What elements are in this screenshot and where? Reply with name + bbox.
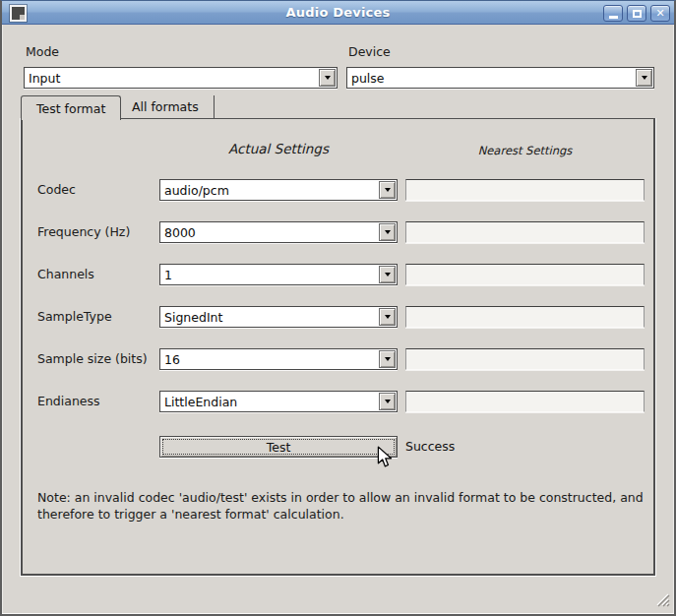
maximize-icon: [633, 10, 642, 18]
channels-select[interactable]: 1: [159, 264, 398, 285]
window-controls: ✕: [603, 5, 670, 22]
window-icon: [10, 5, 27, 22]
chevron-down-icon: [385, 315, 391, 319]
maximize-button[interactable]: [627, 5, 646, 22]
mode-select-value: Input: [29, 71, 60, 86]
status-text: Success: [405, 436, 455, 458]
sampletype-nearest-field: [405, 306, 645, 328]
window-icon-fold: [20, 15, 25, 20]
samplesize-label: Sample size (bits): [37, 348, 148, 370]
tab-all-formats-label: All formats: [132, 99, 199, 114]
endianess-nearest-field: [405, 391, 645, 412]
endianess-row: Endianess LittleEndian: [2, 391, 674, 412]
codec-select-value: audio/pcm: [164, 183, 229, 198]
tab-test-format-label: Test format: [36, 101, 105, 116]
sampletype-select[interactable]: SignedInt: [159, 306, 398, 328]
resize-grip-icon: [655, 592, 670, 607]
samplesize-nearest-field: [405, 348, 645, 370]
device-select-value: pulse: [351, 71, 385, 86]
frequency-nearest-field: [405, 221, 645, 243]
channels-label: Channels: [37, 264, 94, 285]
sampletype-row: SampleType SignedInt: [2, 306, 674, 328]
device-select-dropdown-button[interactable]: [636, 69, 652, 87]
endianess-select-value: LittleEndian: [164, 395, 237, 409]
audio-devices-window: Audio Devices ✕ Mode Device Input pulse …: [0, 0, 676, 616]
device-label: Device: [348, 44, 391, 59]
endianess-select[interactable]: LittleEndian: [159, 391, 398, 412]
frequency-select[interactable]: 8000: [159, 221, 398, 243]
codec-nearest-field: [405, 179, 645, 201]
endianess-label: Endianess: [37, 391, 100, 412]
device-select[interactable]: pulse: [346, 67, 654, 89]
channels-select-value: 1: [164, 268, 172, 282]
test-button[interactable]: Test: [159, 436, 398, 458]
note-text: Note: an invalid codec 'audio/test' exis…: [37, 490, 644, 523]
frequency-row: Frequency (Hz) 8000: [2, 221, 674, 243]
frequency-label: Frequency (Hz): [37, 221, 130, 243]
frequency-select-dropdown-button[interactable]: [379, 223, 396, 241]
samplesize-select-value: 16: [164, 352, 180, 367]
chevron-down-icon: [385, 400, 391, 403]
chevron-down-icon: [642, 76, 647, 80]
chevron-down-icon: [325, 76, 331, 80]
mode-select[interactable]: Input: [24, 67, 338, 89]
codec-label: Codec: [37, 179, 76, 201]
channels-select-dropdown-button[interactable]: [379, 266, 396, 283]
actual-settings-header: Actual Settings: [159, 141, 398, 156]
close-icon: ✕: [655, 8, 664, 19]
codec-select-dropdown-button[interactable]: [379, 181, 396, 199]
endianess-select-dropdown-button[interactable]: [379, 393, 396, 410]
codec-row: Codec audio/pcm: [2, 179, 674, 201]
mode-select-dropdown-button[interactable]: [319, 69, 336, 87]
resize-grip[interactable]: [655, 592, 670, 611]
title-bar[interactable]: Audio Devices ✕: [2, 1, 674, 25]
samplesize-row: Sample size (bits) 16: [2, 348, 674, 370]
samplesize-select[interactable]: 16: [159, 348, 398, 370]
samplesize-select-dropdown-button[interactable]: [379, 350, 396, 368]
minimize-icon: [609, 16, 618, 19]
chevron-down-icon: [385, 230, 391, 234]
mode-label: Mode: [26, 44, 59, 59]
chevron-down-icon: [385, 357, 391, 361]
codec-select[interactable]: audio/pcm: [159, 179, 398, 201]
chevron-down-icon: [385, 273, 391, 277]
test-button-label: Test: [267, 440, 291, 455]
tab-test-format[interactable]: Test format: [21, 95, 121, 120]
nearest-settings-header: Nearest Settings: [405, 144, 645, 157]
sampletype-select-dropdown-button[interactable]: [379, 308, 396, 326]
close-button[interactable]: ✕: [650, 5, 670, 22]
tab-all-formats[interactable]: All formats: [117, 95, 215, 118]
sampletype-select-value: SignedInt: [164, 310, 222, 325]
chevron-down-icon: [385, 188, 391, 192]
frequency-select-value: 8000: [164, 225, 196, 240]
window-title: Audio Devices: [2, 5, 674, 20]
channels-row: Channels 1: [2, 264, 674, 285]
sampletype-label: SampleType: [37, 306, 112, 328]
minimize-button[interactable]: [603, 5, 623, 22]
channels-nearest-field: [405, 264, 645, 285]
